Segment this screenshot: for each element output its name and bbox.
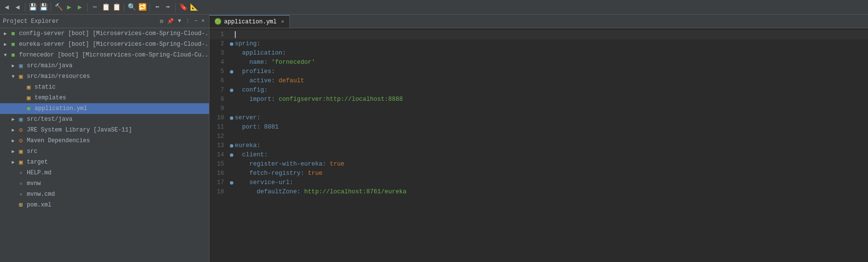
editor-content[interactable]: 12spring:3 application:4 name: 'forneced…	[209, 28, 868, 262]
tree-item-pom-xml[interactable]: ⊞pom.xml	[0, 200, 209, 210]
toolbar-paste-icon[interactable]: 📋	[112, 2, 121, 12]
tree-arrow-jre-library[interactable]: ▶	[10, 127, 17, 133]
tree-icon-fornecedor: ■	[9, 52, 18, 59]
code-line-6: 6 active: default	[209, 76, 868, 86]
tree-arrow-maven-deps[interactable]: ▶	[10, 138, 17, 144]
toolbar: ◀ ◀ 💾 💾 🔨 ▶ ▶ ✂ 📋 📋 🔍 🔁 ⬅ ➡ 🔖 📐	[0, 0, 868, 15]
tree-item-src-main-java[interactable]: ▶▣src/main/java	[0, 60, 209, 71]
tree-item-help-md[interactable]: ▫HELP.md	[0, 168, 209, 178]
tree-container[interactable]: ▶■config-server [boot] [Microservices-co…	[0, 28, 209, 262]
tree-item-mvnw-cmd[interactable]: ▫mvnw.cmd	[0, 189, 209, 200]
tree-label-help-md: HELP.md	[27, 169, 51, 176]
tree-icon-config-server: ■	[9, 30, 18, 37]
panel-menu-icon[interactable]: ⋮	[184, 17, 192, 25]
panel-close-icon[interactable]: ×	[200, 17, 206, 25]
panel-header-icons: ⊟ 📌 ▼ ⋮ − ×	[159, 17, 206, 25]
code-line-13: 13eureka:	[209, 141, 868, 150]
line-number-12: 12	[209, 132, 228, 141]
line-number-10: 10	[209, 113, 228, 123]
tree-arrow-src-main-java[interactable]: ▶	[10, 63, 17, 69]
line-dot-5	[228, 70, 235, 74]
tree-item-jre-library[interactable]: ▶⚙JRE System Library [JavaSE-11]	[0, 125, 209, 135]
tree-item-mvnw[interactable]: ▫mvnw	[0, 178, 209, 189]
toolbar-sep-5	[150, 3, 150, 12]
tree-icon-src-test-java: ▣	[17, 115, 25, 123]
line-number-2: 2	[209, 39, 228, 49]
line-number-13: 13	[209, 141, 228, 150]
line-content-2: spring:	[235, 39, 868, 49]
code-line-9: 9	[209, 104, 868, 113]
tree-arrow-fornecedor[interactable]: ▼	[2, 53, 9, 58]
tree-icon-target: ▣	[17, 158, 25, 166]
tree-arrow-src-test-java[interactable]: ▶	[10, 116, 17, 122]
tree-item-application-yml[interactable]: ■application.yml	[0, 103, 209, 114]
tree-item-templates[interactable]: ▣templates	[0, 93, 209, 103]
tree-item-src-test-java[interactable]: ▶▣src/test/java	[0, 114, 209, 125]
tree-arrow-eureka-server[interactable]: ▶	[2, 41, 9, 47]
tree-icon-src-main-java: ▣	[17, 62, 25, 70]
tree-arrow-src-main-resources[interactable]: ▼	[10, 74, 17, 79]
toolbar-next-icon[interactable]: ➡	[163, 2, 173, 12]
tree-label-src-main-resources: src/main/resources	[27, 73, 90, 80]
tree-item-maven-deps[interactable]: ▶⚙Maven Dependencies	[0, 135, 209, 146]
code-line-18: 18 defaultZone: http://localhost:8761/eu…	[209, 187, 868, 197]
toolbar-sep-4	[124, 3, 124, 12]
toolbar-save-icon[interactable]: 💾	[28, 2, 38, 12]
tree-arrow-config-server[interactable]: ▶	[2, 31, 9, 37]
tree-label-config-server: config-server [boot] [Microservices-com-…	[19, 30, 209, 37]
main-layout: Project Explorer ⊟ 📌 ▼ ⋮ − × ▶■config-se…	[0, 15, 868, 262]
toolbar-run-icon[interactable]: ▶	[64, 2, 74, 12]
tab-yml-icon: 🟢	[214, 18, 222, 25]
panel-header: Project Explorer ⊟ 📌 ▼ ⋮ − ×	[0, 15, 209, 28]
line-number-5: 5	[209, 67, 228, 76]
tree-icon-static: ▣	[24, 83, 33, 91]
tab-application-yml[interactable]: 🟢 application.yml ×	[209, 15, 290, 28]
panel-minimize-icon[interactable]: −	[193, 17, 199, 25]
tree-item-src[interactable]: ▶▣src	[0, 146, 209, 157]
tree-arrow-target[interactable]: ▶	[10, 159, 17, 165]
tree-item-config-server[interactable]: ▶■config-server [boot] [Microservices-co…	[0, 28, 209, 39]
toolbar-grid-icon[interactable]: 📐	[189, 2, 199, 12]
toolbar-sep-6	[175, 3, 176, 12]
line-number-1: 1	[209, 30, 228, 39]
tree-item-target[interactable]: ▶▣target	[0, 157, 209, 168]
tree-arrow-src[interactable]: ▶	[10, 149, 17, 154]
panel-filter-icon[interactable]: ▼	[176, 17, 183, 25]
panel-pin-icon[interactable]: 📌	[166, 17, 175, 25]
toolbar-build-icon[interactable]: 🔨	[54, 2, 63, 12]
tree-item-src-main-resources[interactable]: ▼▣src/main/resources	[0, 71, 209, 82]
toolbar-prev-icon[interactable]: ⬅	[152, 2, 162, 12]
code-line-7: 7 config:	[209, 86, 868, 95]
toolbar-bookmark-icon[interactable]: 🔖	[178, 2, 188, 12]
toolbar-back-icon[interactable]: ◀	[2, 2, 12, 12]
toolbar-save-all-icon[interactable]: 💾	[38, 2, 48, 12]
toolbar-run2-icon[interactable]: ▶	[75, 2, 85, 12]
line-content-3: application:	[235, 49, 868, 58]
panel-title: Project Explorer	[3, 18, 159, 25]
toolbar-forward-icon[interactable]: ◀	[13, 2, 22, 12]
code-line-1: 1	[209, 30, 868, 39]
toolbar-cut-icon[interactable]: ✂	[90, 2, 100, 12]
line-number-15: 15	[209, 160, 228, 169]
code-line-11: 11 port: 8081	[209, 123, 868, 132]
line-number-8: 8	[209, 95, 228, 104]
line-dot-17	[228, 181, 235, 185]
toolbar-replace-icon[interactable]: 🔁	[137, 2, 147, 12]
tree-icon-templates: ▣	[24, 94, 33, 102]
line-number-7: 7	[209, 86, 228, 95]
tab-close-button[interactable]: ×	[281, 19, 284, 25]
line-number-16: 16	[209, 169, 228, 178]
tree-item-fornecedor[interactable]: ▼■fornecedor [boot] [Microservices-com-S…	[0, 50, 209, 60]
tree-item-eureka-server[interactable]: ▶■eureka-server [boot] [Microservices-co…	[0, 39, 209, 50]
line-content-8: import: configserver:http://localhost:88…	[235, 95, 868, 104]
toolbar-sep-3	[87, 3, 88, 12]
panel-collapse-icon[interactable]: ⊟	[159, 17, 165, 25]
tree-icon-jre-library: ⚙	[17, 126, 25, 134]
toolbar-copy-icon[interactable]: 📋	[101, 2, 111, 12]
code-line-3: 3 application:	[209, 49, 868, 58]
toolbar-find-icon[interactable]: 🔍	[127, 2, 136, 12]
code-line-10: 10server:	[209, 113, 868, 123]
tree-icon-eureka-server: ■	[9, 41, 18, 48]
line-number-6: 6	[209, 76, 228, 86]
tree-item-static[interactable]: ▣static	[0, 82, 209, 93]
